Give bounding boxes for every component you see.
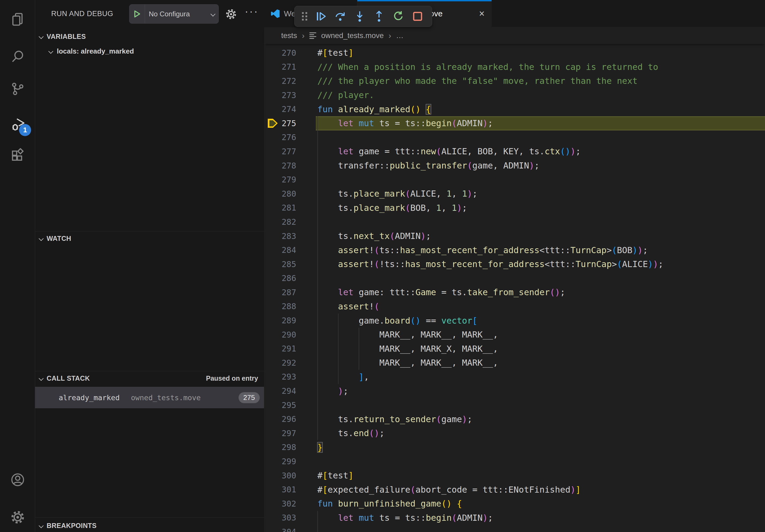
code-line-content[interactable]: fun already_marked() { — [316, 102, 765, 116]
code-line-content[interactable]: ts.next_tx(ADMIN); — [316, 229, 765, 243]
gutter[interactable]: 291 — [264, 342, 316, 356]
step-into-button[interactable] — [352, 8, 368, 25]
gutter[interactable]: 292 — [264, 356, 316, 370]
code-line[interactable]: 273/// player. — [264, 88, 765, 102]
breadcrumb-item-file[interactable]: owned_tests.move — [321, 31, 383, 40]
gutter[interactable]: 287 — [264, 285, 316, 300]
code-line-content[interactable]: let game: ttt::Game = ts.take_from_sende… — [316, 285, 765, 300]
line-number[interactable]: 296 — [282, 414, 296, 424]
line-number[interactable]: 297 — [282, 428, 296, 438]
code-line[interactable]: 282 — [264, 215, 765, 229]
gutter[interactable]: 285 — [264, 257, 316, 271]
gutter[interactable]: 286 — [264, 271, 316, 286]
code-line[interactable]: 292 MARK__, MARK__, MARK__, — [264, 356, 765, 370]
line-number[interactable]: 288 — [282, 302, 296, 311]
code-line[interactable]: 279 — [264, 172, 765, 187]
line-number[interactable]: 293 — [282, 372, 296, 382]
gutter[interactable]: 271 — [264, 60, 316, 74]
code-line-content[interactable]: MARK__, MARK__, MARK__, — [316, 356, 765, 370]
code-line-content[interactable]: assert!(ts::has_most_recent_for_address<… — [316, 243, 765, 257]
gutter[interactable]: 284 — [264, 243, 316, 257]
code-line-content[interactable] — [316, 215, 765, 229]
stop-button[interactable] — [409, 8, 426, 25]
line-number[interactable]: 282 — [282, 217, 296, 227]
code-line-content[interactable] — [316, 131, 765, 145]
gutter[interactable]: 273 — [264, 88, 316, 102]
gutter[interactable]: 297 — [264, 426, 316, 440]
gutter[interactable]: 282 — [264, 215, 316, 229]
start-debugging-icon[interactable] — [130, 5, 145, 23]
gutter[interactable]: 279 — [264, 172, 316, 187]
code-line[interactable]: 276 — [264, 131, 765, 145]
line-number[interactable]: 300 — [282, 471, 296, 480]
line-number[interactable]: 287 — [282, 288, 296, 297]
code-line[interactable]: 271/// When a position is already marked… — [264, 60, 765, 74]
line-number[interactable]: 279 — [282, 175, 296, 184]
line-number[interactable]: 285 — [282, 260, 296, 269]
gutter[interactable]: 274 — [264, 102, 316, 116]
gutter[interactable]: 304 — [264, 525, 316, 532]
code-line[interactable]: 270#[test] — [264, 46, 765, 60]
gutter[interactable]: 302 — [264, 497, 316, 511]
line-number[interactable]: 290 — [282, 330, 296, 339]
code-line[interactable]: 287 let game: ttt::Game = ts.take_from_s… — [264, 285, 765, 300]
gutter[interactable]: 301 — [264, 482, 316, 497]
code-line[interactable]: 301#[expected_failure(abort_code = ttt::… — [264, 482, 765, 497]
code-line[interactable]: 275 let mut ts = ts::begin(ADMIN); — [264, 116, 765, 131]
gutter[interactable]: 295 — [264, 398, 316, 412]
line-number[interactable]: 283 — [282, 231, 296, 241]
gutter[interactable]: 288 — [264, 300, 316, 314]
line-number[interactable]: 289 — [282, 316, 296, 325]
variables-scope-locals[interactable]: locals: already_marked — [49, 47, 134, 56]
line-number[interactable]: 272 — [282, 76, 296, 86]
code-line[interactable]: 283 ts.next_tx(ADMIN); — [264, 229, 765, 243]
gutter[interactable]: 289 — [264, 313, 316, 328]
code-line[interactable]: 281 ts.place_mark(BOB, 1, 1); — [264, 201, 765, 215]
settings-gear-icon[interactable] — [10, 509, 25, 525]
debug-config-dropdown[interactable]: No Configura — [129, 4, 219, 24]
call-stack-section-header[interactable]: CALL STACK — [39, 375, 90, 382]
line-number[interactable]: 280 — [282, 189, 296, 198]
line-number[interactable]: 303 — [282, 513, 296, 522]
code-line-content[interactable]: MARK__, MARK__, MARK__, — [316, 328, 765, 342]
account-icon[interactable] — [10, 472, 25, 487]
restart-button[interactable] — [390, 8, 406, 25]
gutter[interactable]: 270 — [264, 46, 316, 60]
breakpoints-section-header[interactable]: BREAKPOINTS — [39, 522, 97, 530]
gutter[interactable]: 277 — [264, 144, 316, 158]
gutter[interactable]: 278 — [264, 158, 316, 173]
drag-handle-icon[interactable] — [300, 8, 310, 25]
code-line-content[interactable]: let mut ts = ts::begin(ADMIN); — [316, 511, 765, 525]
code-line[interactable]: 272/// the player who made the "false" m… — [264, 74, 765, 88]
code-line[interactable]: 291 MARK__, MARK_X, MARK__, — [264, 342, 765, 356]
source-control-icon[interactable] — [10, 81, 25, 97]
code-line-content[interactable]: /// When a position is already marked, t… — [316, 60, 765, 74]
code-line[interactable]: 280 ts.place_mark(ALICE, 1, 1); — [264, 187, 765, 201]
code-line-content[interactable]: let mut ts = ts::begin(ADMIN); — [316, 116, 765, 131]
code-line-content[interactable]: let game = ttt::new(ALICE, BOB, KEY, ts.… — [316, 144, 765, 158]
step-over-button[interactable] — [332, 8, 349, 25]
close-icon[interactable]: × — [479, 9, 485, 19]
gutter[interactable]: 281 — [264, 201, 316, 215]
code-line-content[interactable]: } — [316, 440, 765, 454]
code-line[interactable]: 277 let game = ttt::new(ALICE, BOB, KEY,… — [264, 144, 765, 158]
code-line[interactable]: 294 ); — [264, 384, 765, 398]
code-line[interactable]: 299 — [264, 454, 765, 468]
code-line[interactable]: 303 let mut ts = ts::begin(ADMIN); — [264, 511, 765, 525]
line-number[interactable]: 295 — [282, 400, 296, 410]
code-line-content[interactable]: #[test] — [316, 46, 765, 60]
run-and-debug-icon[interactable]: 1 — [10, 117, 25, 132]
code-line-content[interactable]: #[expected_failure(abort_code = ttt::ENo… — [316, 482, 765, 497]
line-number[interactable]: 278 — [282, 161, 296, 170]
line-number[interactable]: 284 — [282, 245, 296, 255]
gutter[interactable]: 303 — [264, 511, 316, 525]
line-number[interactable]: 291 — [282, 344, 296, 353]
code-line[interactable]: 285 assert!(!ts::has_most_recent_for_add… — [264, 257, 765, 271]
code-line[interactable]: 300#[test] — [264, 468, 765, 483]
call-stack-frame[interactable]: already_markedowned_tests.move275 — [35, 387, 264, 408]
gutter[interactable]: 272 — [264, 74, 316, 88]
line-number[interactable]: 275 — [282, 119, 296, 128]
explorer-icon[interactable] — [10, 12, 25, 27]
code-line-content[interactable] — [316, 525, 765, 532]
search-icon[interactable] — [10, 49, 25, 64]
